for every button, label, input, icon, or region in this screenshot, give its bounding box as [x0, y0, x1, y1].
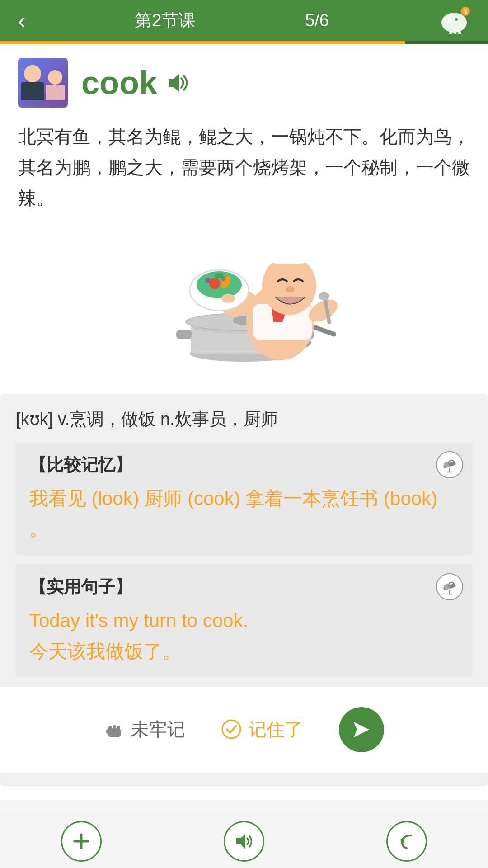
speaker-nav-icon [233, 830, 255, 853]
sentence-chinese: 今天该我做饭了。 [29, 636, 459, 666]
svg-rect-26 [273, 231, 305, 259]
send-icon [350, 718, 373, 741]
add-button[interactable] [61, 821, 102, 862]
chinese-paragraph: 北冥有鱼，其名为鲲，鲲之大，一锅炖不下。化而为鸟，其名为鹏，鹏之大，需要两个烧烤… [18, 121, 470, 213]
sentence-block-icon[interactable] [436, 573, 463, 600]
sentence-block: 【实用句子】 Today it's my turn to cook. 今天该我做… [16, 564, 472, 677]
svg-rect-5 [449, 31, 452, 34]
word-display: cook [81, 64, 157, 101]
svg-marker-56 [354, 722, 369, 737]
memorized-label: 记住了 [249, 717, 303, 742]
header: ‹ 第2节课 5/6 ¥ [0, 0, 488, 41]
svg-point-39 [221, 294, 235, 303]
svg-point-24 [262, 256, 316, 315]
word-sound-button[interactable] [166, 73, 191, 93]
progress-bar-fill [0, 41, 405, 44]
svg-point-0 [441, 13, 467, 33]
dict-section: [kʊk] v.烹调，做饭 n.炊事员，厨师 【比较记忆】 我看见 (look)… [0, 394, 488, 786]
sentence-block-title: 【实用句子】 [29, 576, 459, 599]
chef-image-area [18, 227, 470, 381]
person1-head [24, 65, 41, 82]
telescope-icon-2 [441, 579, 458, 595]
svg-point-35 [215, 273, 224, 278]
main-content: cook 北冥有鱼，其名为鲲，鲲之大，一锅炖不下。化而为鸟，其名为鹏，鹏之大，需… [0, 44, 488, 800]
telescope-icon [441, 457, 458, 473]
memory-block-title: 【比较记忆】 [29, 453, 459, 476]
memory-block-icon[interactable] [436, 451, 463, 478]
person2-body [46, 85, 65, 100]
memorized-button[interactable]: 记住了 [221, 717, 303, 742]
fist-icon [104, 719, 124, 740]
check-circle-icon [221, 719, 242, 740]
svg-point-33 [205, 278, 211, 283]
svg-marker-10 [169, 74, 179, 92]
svg-point-38 [319, 292, 329, 300]
progress-text: 5/6 [305, 11, 329, 30]
progress-bar-container [0, 41, 488, 44]
person1 [21, 65, 44, 100]
piggy-bank-button[interactable]: ¥ [438, 7, 470, 34]
back-button[interactable]: ‹ [18, 8, 25, 33]
bottom-nav [0, 814, 488, 868]
svg-rect-3 [451, 13, 457, 14]
phonetic-line: [kʊk] v.烹调，做饭 n.炊事员，厨师 [16, 408, 472, 431]
svg-rect-53 [117, 726, 120, 731]
svg-rect-7 [458, 31, 461, 34]
avatar-people [21, 65, 65, 100]
sound-button[interactable] [224, 821, 264, 862]
avatar [18, 58, 68, 108]
back-nav-icon [395, 830, 418, 853]
svg-marker-59 [236, 834, 245, 849]
person2-head [48, 70, 62, 85]
svg-point-55 [222, 720, 240, 738]
svg-rect-54 [106, 729, 110, 734]
person1-body [21, 82, 44, 100]
plus-icon [70, 830, 93, 853]
svg-point-27 [286, 286, 295, 292]
svg-point-4 [455, 18, 458, 21]
chef-illustration [149, 227, 339, 381]
not-memorized-label: 未牢记 [131, 717, 185, 742]
svg-rect-52 [113, 725, 116, 731]
person2 [46, 70, 65, 100]
word-title-area: cook [81, 64, 191, 101]
sentence-english: Today it's my turn to cook. [29, 605, 459, 636]
svg-text:¥: ¥ [464, 9, 467, 15]
svg-point-2 [446, 18, 449, 21]
svg-point-31 [209, 278, 220, 289]
memory-block: 【比较记忆】 我看见 (look) 厨师 (cook) 拿着一本烹饪书 (boo… [16, 442, 472, 555]
memory-block-content: 我看见 (look) 厨师 (cook) 拿着一本烹饪书 (book) 。 [29, 483, 459, 544]
svg-rect-6 [454, 31, 456, 34]
lesson-title: 第2节课 [135, 9, 196, 32]
back-nav-button[interactable] [386, 821, 427, 862]
svg-rect-19 [176, 330, 192, 339]
word-row: cook [18, 58, 470, 108]
not-memorized-button[interactable]: 未牢记 [104, 717, 185, 742]
send-button[interactable] [339, 707, 384, 752]
action-buttons: 未牢记 记住了 [0, 687, 488, 773]
